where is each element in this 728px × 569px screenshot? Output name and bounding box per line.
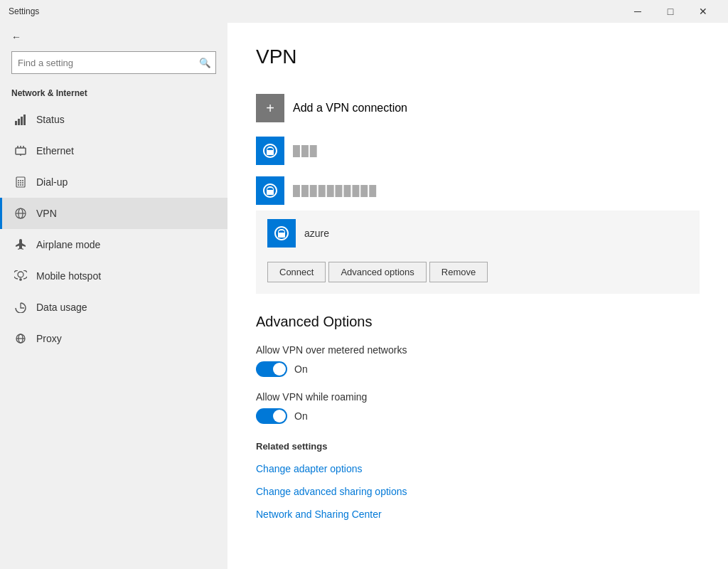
back-arrow-icon: ← xyxy=(11,31,21,43)
vpn-item-2-name: ██████████ xyxy=(293,185,378,196)
dialup-icon xyxy=(14,175,28,189)
titlebar: Settings ─ □ ✕ xyxy=(0,0,728,23)
sidebar-item-vpn[interactable]: VPN xyxy=(0,198,228,229)
main-layout: ← 🔍 Network & Internet Status xyxy=(0,23,728,569)
metered-toggle[interactable] xyxy=(256,361,287,377)
titlebar-title: Settings xyxy=(9,6,621,16)
add-vpn-icon: + xyxy=(256,94,284,122)
svg-rect-25 xyxy=(267,190,274,195)
vpn-item-1-icon xyxy=(256,137,284,165)
svg-point-13 xyxy=(20,182,21,184)
svg-point-12 xyxy=(18,182,19,184)
airplane-icon xyxy=(14,238,28,252)
sidebar-item-dialup[interactable]: Dial-up xyxy=(0,166,228,198)
ethernet-icon xyxy=(14,144,28,158)
titlebar-controls: ─ □ ✕ xyxy=(621,0,719,23)
svg-rect-0 xyxy=(15,121,17,125)
vpn-item-2[interactable]: ██████████ xyxy=(256,171,700,211)
svg-rect-3 xyxy=(23,115,26,125)
add-vpn-label: Add a VPN connection xyxy=(293,102,407,115)
metered-toggle-container: On xyxy=(256,361,700,377)
svg-rect-26 xyxy=(278,233,285,238)
svg-rect-24 xyxy=(267,150,274,155)
vpn-item-1-name: ███ xyxy=(293,145,318,156)
metered-toggle-row: Allow VPN over metered networks On xyxy=(256,344,700,377)
vpn-azure-row[interactable]: azure xyxy=(256,211,700,256)
sidebar-item-airplane[interactable]: Airplane mode xyxy=(0,229,228,260)
search-icon: 🔍 xyxy=(199,58,211,68)
airplane-label: Airplane mode xyxy=(36,239,100,250)
roaming-toggle-row: Allow VPN while roaming On xyxy=(256,391,700,424)
vpn-nav-icon xyxy=(14,206,28,220)
svg-point-10 xyxy=(20,180,21,181)
svg-point-9 xyxy=(18,180,19,181)
advanced-options-title: Advanced Options xyxy=(256,314,700,330)
search-button[interactable]: 🔍 xyxy=(193,51,216,74)
vpn-list: + Add a VPN connection ███ xyxy=(256,85,700,297)
proxy-label: Proxy xyxy=(36,333,62,344)
connect-button[interactable]: Connect xyxy=(267,262,326,282)
roaming-toggle-container: On xyxy=(256,408,700,424)
vpn-nav-label: VPN xyxy=(36,208,57,219)
maximize-button[interactable]: □ xyxy=(654,0,687,23)
vpn-azure-name: azure xyxy=(304,228,329,239)
hotspot-label: Mobile hotspot xyxy=(36,270,101,282)
change-sharing-link[interactable]: Change advanced sharing options xyxy=(256,486,700,497)
network-sharing-center-link[interactable]: Network and Sharing Center xyxy=(256,509,700,520)
content-area: VPN + Add a VPN connection ██ xyxy=(228,23,728,569)
sidebar-section-label: Network & Internet xyxy=(0,85,228,104)
vpn-item-2-icon xyxy=(256,176,284,205)
dialup-label: Dial-up xyxy=(36,176,68,188)
search-input[interactable] xyxy=(11,51,216,74)
sidebar-item-proxy[interactable]: Proxy xyxy=(0,323,228,354)
vpn-item-1[interactable]: ███ xyxy=(256,131,700,171)
svg-point-16 xyxy=(20,184,21,186)
svg-point-11 xyxy=(22,180,23,181)
svg-point-20 xyxy=(20,279,21,280)
svg-rect-1 xyxy=(18,119,20,125)
page-title: VPN xyxy=(256,46,700,68)
add-vpn-row[interactable]: + Add a VPN connection xyxy=(256,85,700,131)
roaming-state: On xyxy=(294,410,308,422)
roaming-label: Allow VPN while roaming xyxy=(256,391,700,403)
close-button[interactable]: ✕ xyxy=(687,0,719,23)
sidebar-item-data[interactable]: Data usage xyxy=(0,292,228,323)
status-label: Status xyxy=(36,114,65,125)
metered-label: Allow VPN over metered networks xyxy=(256,344,700,356)
vpn-azure-icon xyxy=(267,219,296,248)
vpn-azure-container: azure Connect Advanced options Remove xyxy=(256,211,700,294)
status-icon xyxy=(14,112,28,127)
back-button[interactable]: ← xyxy=(0,23,228,51)
search-box: 🔍 xyxy=(11,51,216,74)
svg-rect-4 xyxy=(16,148,26,154)
svg-point-15 xyxy=(18,184,19,186)
proxy-icon xyxy=(14,331,28,346)
data-usage-icon xyxy=(14,300,28,314)
sidebar-item-status[interactable]: Status xyxy=(0,104,228,135)
sidebar-item-ethernet[interactable]: Ethernet xyxy=(0,135,228,166)
advanced-options-button[interactable]: Advanced options xyxy=(328,262,426,282)
svg-point-14 xyxy=(22,182,23,184)
hotspot-icon xyxy=(14,269,28,283)
ethernet-label: Ethernet xyxy=(36,145,74,156)
metered-state: On xyxy=(294,363,308,375)
remove-button[interactable]: Remove xyxy=(429,262,488,282)
minimize-button[interactable]: ─ xyxy=(621,0,654,23)
related-settings-title: Related settings xyxy=(256,441,700,452)
sidebar: ← 🔍 Network & Internet Status xyxy=(0,23,228,569)
svg-point-17 xyxy=(22,184,23,186)
change-adapter-link[interactable]: Change adapter options xyxy=(256,463,700,474)
roaming-toggle[interactable] xyxy=(256,408,287,424)
svg-rect-2 xyxy=(21,117,23,125)
sidebar-item-hotspot[interactable]: Mobile hotspot xyxy=(0,260,228,292)
data-usage-label: Data usage xyxy=(36,302,87,313)
vpn-action-bar: Connect Advanced options Remove xyxy=(256,256,700,294)
